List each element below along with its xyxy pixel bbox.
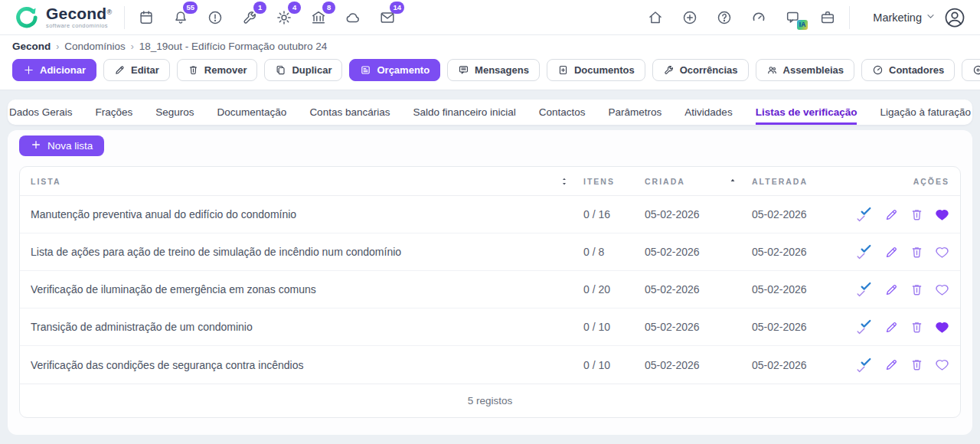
wrench-icon[interactable]: 1	[240, 8, 259, 27]
tab-contactos[interactable]: Contactos	[539, 100, 586, 125]
list-name[interactable]: Transição de administração de um condomi…	[31, 321, 583, 333]
favorite-icon[interactable]	[934, 319, 949, 335]
briefcase-icon[interactable]	[818, 8, 837, 27]
breadcrumb-item[interactable]: Gecond	[12, 41, 51, 52]
seguros--button[interactable]: Seguros+	[962, 59, 980, 81]
tab-saldo-financeiro-inicial[interactable]: Saldo financeiro inicial	[413, 100, 515, 125]
breadcrumb: Gecond›Condomínios›18_19out - Edifício F…	[12, 41, 968, 52]
top-bar: Gecond® software condomínios 5514814 IA …	[0, 0, 980, 35]
modified-date: 05-02-2026	[752, 321, 853, 333]
alert-icon[interactable]	[206, 8, 224, 27]
tab-seguros[interactable]: Seguros	[155, 100, 194, 125]
cloud-icon[interactable]	[344, 8, 362, 27]
notification-badge: 4	[288, 2, 301, 14]
tab-bar: Dados GeraisFraçõesSegurosDocumentaçãoCo…	[8, 100, 972, 125]
list-name[interactable]: Manutenção preventiva anual do edifício …	[31, 208, 583, 220]
tab-dados-gerais[interactable]: Dados Gerais	[9, 100, 73, 125]
created-date: 05-02-2026	[645, 359, 752, 371]
calendar-icon[interactable]	[137, 8, 155, 27]
tab-contas-banc-rias[interactable]: Contas bancárias	[309, 100, 390, 125]
tab-atividades[interactable]: Atividades	[684, 100, 732, 125]
bank-icon[interactable]: 8	[309, 8, 328, 27]
favorite-icon[interactable]	[934, 207, 949, 222]
row-actions	[853, 243, 949, 261]
ia-assistant-icon[interactable]: IA	[784, 8, 802, 27]
sort-asc-icon	[727, 176, 738, 187]
row-actions	[853, 205, 949, 224]
notification-badge: 8	[322, 2, 335, 14]
items-count: 0 / 10	[583, 321, 645, 333]
gecond-logo[interactable]: Gecond® software condomínios	[12, 4, 112, 31]
or-amento-button[interactable]: Orçamento	[349, 59, 440, 81]
delete-icon[interactable]	[909, 207, 924, 222]
edit-icon[interactable]	[884, 357, 899, 373]
list-name[interactable]: Verificação das condições de segurança c…	[31, 359, 583, 371]
brand-tagline: software condomínios	[46, 23, 112, 29]
edit-icon[interactable]	[884, 207, 899, 222]
tab-par-metros[interactable]: Parâmetros	[609, 100, 662, 125]
complete-items-icon[interactable]	[856, 243, 874, 261]
duplicar-button[interactable]: Duplicar	[264, 59, 342, 81]
tab-liga-o-fatura-o[interactable]: Ligação à faturação	[880, 100, 971, 125]
checklists-table: Lista Itens Criada Alterada Ações Manute…	[19, 166, 961, 418]
gecond-logo-icon	[12, 4, 40, 31]
budget-icon	[360, 64, 371, 76]
adicionar-button[interactable]: Adicionar	[12, 59, 96, 81]
modified-date: 05-02-2026	[752, 246, 853, 258]
ia-badge: IA	[797, 20, 808, 29]
assembleias-button[interactable]: Assembleias	[756, 59, 855, 81]
list-name[interactable]: Lista de ações para ação de treino de si…	[31, 246, 583, 258]
favorite-icon[interactable]	[934, 244, 949, 260]
bell-icon[interactable]: 55	[172, 8, 190, 27]
breadcrumb-item[interactable]: Condomínios	[64, 41, 126, 52]
company-switcher[interactable]: Marketing	[873, 11, 936, 24]
wrench-icon	[663, 64, 675, 76]
ocorr-ncias-button[interactable]: Ocorrências	[652, 59, 749, 81]
documentos-button[interactable]: Documentos	[547, 59, 645, 81]
gauge-icon[interactable]	[750, 8, 768, 27]
toolbar: AdicionarEditarRemoverDuplicarOrçamentoM…	[12, 59, 968, 81]
modified-date: 05-02-2026	[752, 208, 853, 220]
help-icon[interactable]	[715, 8, 733, 27]
complete-items-icon[interactable]	[856, 205, 874, 224]
favorite-icon[interactable]	[934, 357, 949, 373]
delete-icon[interactable]	[909, 244, 924, 260]
tab-fra-es[interactable]: Frações	[95, 100, 132, 125]
remover-button[interactable]: Remover	[177, 59, 258, 81]
created-date: 05-02-2026	[645, 208, 752, 220]
list-name[interactable]: Verificação de iluminação de emergência …	[31, 283, 583, 295]
edit-icon[interactable]	[884, 282, 899, 297]
delete-icon[interactable]	[909, 282, 924, 297]
home-icon[interactable]	[646, 8, 665, 27]
editar-button[interactable]: Editar	[103, 59, 170, 81]
new-list-button[interactable]: Nova lista	[19, 135, 104, 156]
shield-icon	[972, 64, 980, 76]
edit-icon[interactable]	[884, 244, 899, 260]
plus-circle-icon[interactable]	[681, 8, 699, 27]
contadores-button[interactable]: Contadores	[861, 59, 955, 81]
delete-icon[interactable]	[909, 357, 924, 373]
sub-header: Gecond›Condomínios›18_19out - Edifício F…	[0, 35, 980, 90]
favorite-icon[interactable]	[934, 282, 949, 297]
mensagens-button[interactable]: Mensagens	[447, 59, 540, 81]
plus-icon	[31, 139, 41, 152]
user-avatar[interactable]	[943, 6, 966, 29]
people-icon	[766, 64, 778, 76]
breadcrumb-separator: ›	[131, 41, 134, 52]
column-lista[interactable]: Lista	[31, 176, 583, 187]
complete-items-icon[interactable]	[856, 318, 874, 336]
items-count: 0 / 10	[583, 359, 645, 371]
delete-icon[interactable]	[909, 319, 924, 335]
gear-icon[interactable]: 4	[275, 8, 293, 27]
items-count: 0 / 16	[583, 208, 645, 220]
edit-icon[interactable]	[884, 319, 899, 335]
copy-icon	[275, 64, 286, 76]
column-criada[interactable]: Criada	[645, 176, 752, 187]
complete-items-icon[interactable]	[856, 356, 874, 374]
mail-icon[interactable]: 14	[378, 8, 397, 27]
column-alterada: Alterada	[752, 177, 853, 186]
complete-items-icon[interactable]	[856, 280, 874, 299]
tab-documenta-o[interactable]: Documentação	[217, 100, 287, 125]
tab-listas-de-verifica-o[interactable]: Listas de verificação	[756, 100, 858, 125]
content-area: Dados GeraisFraçõesSegurosDocumentaçãoCo…	[0, 90, 980, 435]
